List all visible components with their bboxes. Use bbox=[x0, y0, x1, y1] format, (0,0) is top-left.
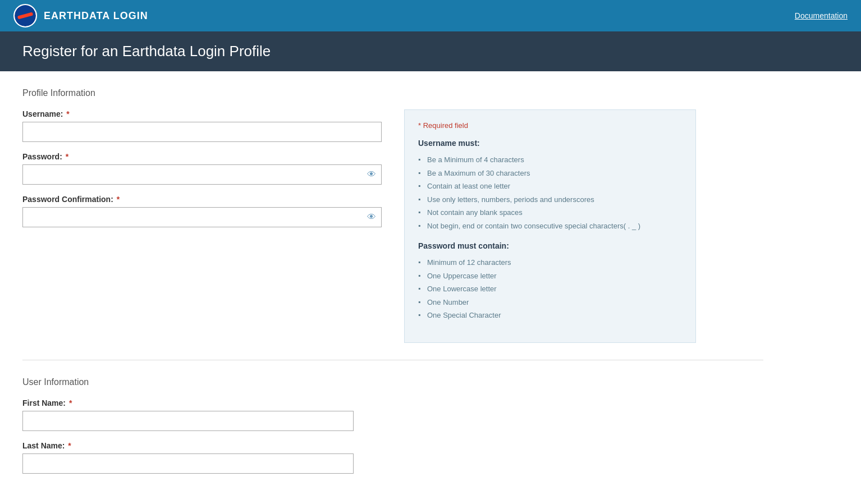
username-rule-3: Contain at least one letter bbox=[418, 180, 682, 193]
username-required-star: * bbox=[64, 109, 69, 118]
documentation-link-area[interactable]: Documentation bbox=[795, 11, 848, 20]
user-info-section: User Information First Name: * Last Name… bbox=[22, 377, 763, 474]
info-box: * Required field Username must: Be a Min… bbox=[404, 109, 696, 343]
nasa-logo-inner bbox=[15, 5, 36, 26]
profile-section: Profile Information Username: * Password… bbox=[22, 88, 763, 343]
main-content: Profile Information Username: * Password… bbox=[0, 71, 786, 501]
username-rule-2: Be a Maximum of 30 characters bbox=[418, 167, 682, 180]
username-rule-4: Use only letters, numbers, periods and u… bbox=[418, 193, 682, 207]
first-name-required-star: * bbox=[67, 398, 72, 407]
app-title: EARTHDATA LOGIN bbox=[44, 10, 148, 22]
username-rule-5: Not contain any blank spaces bbox=[418, 206, 682, 219]
first-name-group: First Name: * bbox=[22, 398, 763, 431]
password-confirmation-input-wrapper: 👁 bbox=[22, 207, 382, 227]
last-name-required-star: * bbox=[66, 441, 71, 450]
username-must-title: Username must: bbox=[418, 139, 682, 148]
password-required-star: * bbox=[63, 152, 68, 161]
password-group: Password: * 👁 bbox=[22, 152, 382, 185]
user-section-title: User Information bbox=[22, 377, 763, 387]
password-rule-5: One Special Character bbox=[418, 309, 682, 322]
page-header: Register for an Earthdata Login Profile bbox=[0, 31, 861, 71]
documentation-link[interactable]: Documentation bbox=[795, 11, 848, 20]
password-toggle-icon[interactable]: 👁 bbox=[367, 169, 376, 180]
nasa-logo bbox=[13, 4, 37, 28]
profile-section-title: Profile Information bbox=[22, 88, 763, 98]
last-name-group: Last Name: * bbox=[22, 441, 763, 474]
password-input-wrapper: 👁 bbox=[22, 164, 382, 185]
logo-area: EARTHDATA LOGIN bbox=[13, 4, 148, 28]
password-label: Password: * bbox=[22, 152, 382, 161]
password-input[interactable] bbox=[22, 164, 382, 185]
first-name-label: First Name: * bbox=[22, 398, 763, 407]
last-name-label: Last Name: * bbox=[22, 441, 763, 450]
password-rule-3: One Lowercase letter bbox=[418, 282, 682, 296]
password-confirmation-label: Password Confirmation: * bbox=[22, 195, 382, 204]
password-rule-4: One Number bbox=[418, 296, 682, 309]
top-navbar: EARTHDATA LOGIN Documentation bbox=[0, 0, 861, 31]
username-label: Username: * bbox=[22, 109, 382, 118]
username-rule-6: Not begin, end or contain two consecutiv… bbox=[418, 219, 682, 233]
password-rule-1: Minimum of 12 characters bbox=[418, 256, 682, 269]
username-group: Username: * bbox=[22, 109, 382, 142]
profile-form-layout: Username: * Password: * 👁 bbox=[22, 109, 763, 343]
password-confirmation-required-star: * bbox=[115, 195, 120, 204]
page-title: Register for an Earthdata Login Profile bbox=[22, 43, 839, 60]
username-input[interactable] bbox=[22, 122, 382, 142]
first-name-input[interactable] bbox=[22, 411, 354, 431]
username-rule-1: Be a Minimum of 4 characters bbox=[418, 153, 682, 167]
password-confirmation-group: Password Confirmation: * 👁 bbox=[22, 195, 382, 227]
profile-form-fields: Username: * Password: * 👁 bbox=[22, 109, 382, 237]
section-divider bbox=[22, 360, 763, 360]
username-rules-list: Be a Minimum of 4 characters Be a Maximu… bbox=[418, 153, 682, 232]
password-rules-list: Minimum of 12 characters One Uppercase l… bbox=[418, 256, 682, 322]
required-note: * Required field bbox=[418, 121, 682, 130]
password-confirmation-toggle-icon[interactable]: 👁 bbox=[367, 212, 376, 222]
password-must-title: Password must contain: bbox=[418, 241, 682, 250]
password-rule-2: One Uppercase letter bbox=[418, 269, 682, 283]
last-name-input[interactable] bbox=[22, 453, 354, 474]
password-confirmation-input[interactable] bbox=[22, 207, 382, 227]
